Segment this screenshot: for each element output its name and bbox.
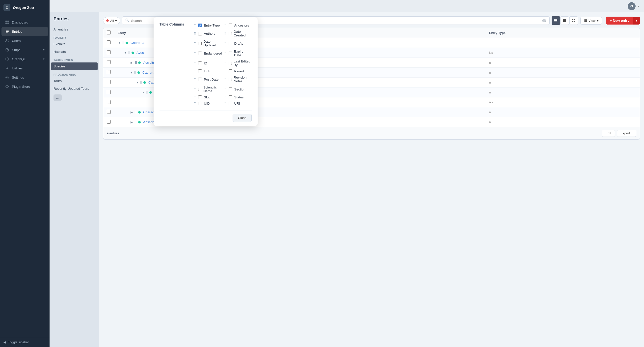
more-button[interactable]: ...	[54, 94, 62, 101]
column-label: URI	[234, 102, 240, 105]
entries-sidebar: Entries All entries FACILITY Exhibits Ha…	[50, 13, 99, 347]
entry-link[interactable]: Aves	[136, 51, 144, 55]
sidebar-item-entries[interactable]: Entries	[2, 27, 48, 36]
column-checkbox-post-date[interactable]	[198, 78, 202, 81]
column-checkbox-scientific-name[interactable]	[198, 88, 201, 91]
card-view-button[interactable]	[570, 16, 578, 25]
column-filter-button[interactable]	[542, 18, 546, 23]
column-checkbox-parent[interactable]	[228, 69, 232, 73]
sidebar-item-users[interactable]: Users	[2, 36, 48, 45]
toggle-sidebar-button[interactable]: ◀ Toggle sidebar	[4, 340, 46, 344]
row-checkbox[interactable]	[107, 80, 111, 84]
row-checkbox[interactable]	[107, 60, 111, 64]
svg-rect-20	[564, 19, 566, 20]
row-checkbox[interactable]	[107, 50, 111, 54]
column-checkbox-uid[interactable]	[198, 102, 202, 105]
column-checkbox-endangered[interactable]	[198, 52, 202, 55]
user-menu-chevron-icon[interactable]: ▾	[638, 5, 639, 8]
collapse-button[interactable]: ▾	[118, 41, 121, 45]
expand-button[interactable]: ▶	[130, 120, 134, 124]
row-checkbox[interactable]	[107, 70, 111, 74]
edit-button[interactable]: Edit	[602, 130, 615, 137]
collapse-button[interactable]: ▾	[130, 70, 133, 75]
drag-icon: ⠿	[224, 52, 227, 55]
svg-rect-16	[554, 19, 557, 20]
column-checkbox-date-created[interactable]	[228, 32, 232, 36]
list-view-button[interactable]	[560, 16, 569, 25]
entry-type-column-header: Entry Type	[486, 28, 640, 38]
filter-button[interactable]: All ▾	[103, 17, 120, 24]
column-label: ID	[204, 62, 207, 65]
status-indicator	[149, 91, 152, 94]
svg-line-13	[128, 21, 129, 22]
export-button[interactable]: Export...	[617, 130, 636, 137]
expand-button[interactable]: ▶	[130, 61, 134, 65]
column-item-section: ⠿ Section	[223, 84, 252, 94]
nav-tours[interactable]: Tours	[50, 77, 99, 85]
column-checkbox-slug[interactable]	[198, 95, 202, 99]
svg-rect-26	[574, 21, 575, 22]
column-label: Parent	[234, 69, 244, 73]
new-entry-button[interactable]: + New entry	[606, 17, 633, 25]
svg-rect-29	[584, 21, 584, 22]
sidebar-item-settings[interactable]: Settings	[2, 73, 48, 82]
dashboard-icon	[5, 20, 10, 25]
chevron-down-icon: ▾	[43, 48, 44, 52]
nav-recently-updated-tours[interactable]: Recently Updated Tours	[50, 85, 99, 93]
nav-habitats[interactable]: Habitats	[50, 48, 99, 56]
drag-handle-icon: ⠿	[128, 51, 130, 55]
column-checkbox-status[interactable]	[228, 95, 232, 99]
collapse-button[interactable]: ▾	[136, 80, 139, 85]
svg-rect-32	[585, 21, 587, 22]
popup-header: Table Columns	[160, 22, 187, 103]
column-checkbox-ancestors[interactable]	[228, 24, 232, 27]
column-checkbox-section[interactable]	[228, 88, 232, 91]
drag-handle-icon: ⠿	[135, 120, 137, 124]
utilities-icon	[5, 66, 10, 70]
sidebar-item-dashboard[interactable]: Dashboard	[2, 18, 48, 27]
sidebar-item-utilities[interactable]: Utilities	[2, 64, 48, 73]
new-entry-dropdown-button[interactable]: ▾	[633, 17, 640, 25]
collapse-button[interactable]: ▾	[124, 51, 127, 55]
nav-all-entries[interactable]: All entries	[50, 26, 99, 33]
entry-link[interactable]: Chordata	[130, 41, 144, 45]
column-checkbox-link[interactable]	[198, 69, 202, 73]
column-checkbox-date-updated[interactable]	[198, 42, 202, 45]
sidebar-item-stripe[interactable]: Stripe ▾	[2, 45, 48, 54]
column-label: Date Created	[234, 30, 251, 37]
section-taxonomies: TAXONOMIES	[50, 56, 99, 63]
row-checkbox[interactable]	[107, 120, 111, 124]
entries-count: 9 entries	[107, 131, 119, 135]
column-checkbox-id[interactable]	[198, 62, 202, 65]
nav-species[interactable]: Species	[51, 63, 98, 70]
sidebar-item-graphql[interactable]: GraphQL ▾	[2, 55, 48, 64]
column-checkbox-expiry-date[interactable]	[228, 52, 232, 55]
row-checkbox[interactable]	[107, 100, 111, 104]
column-item-status: ⠿ Status	[223, 94, 252, 100]
column-checkbox-authors[interactable]	[198, 32, 202, 36]
row-checkbox[interactable]	[107, 40, 111, 44]
column-label: Date Updated	[204, 40, 222, 47]
row-checkbox[interactable]	[107, 110, 111, 114]
column-item-link: ⠿ Link	[193, 68, 223, 74]
drag-handle-icon: ⠿	[134, 71, 136, 75]
user-avatar[interactable]: PT	[628, 2, 636, 10]
column-checkbox-revision-notes[interactable]	[228, 78, 232, 81]
column-checkbox-entry-type[interactable]	[198, 24, 202, 27]
close-button[interactable]: Close	[232, 114, 252, 122]
row-checkbox[interactable]	[107, 90, 111, 94]
column-label: Last Edited By	[234, 60, 251, 67]
column-checkbox-uri[interactable]	[228, 102, 232, 105]
nav-exhibits[interactable]: Exhibits	[50, 40, 99, 48]
select-all-checkbox[interactable]	[107, 31, 111, 35]
popup-footer: Close	[160, 111, 252, 122]
section-programming: PROGRAMMING	[50, 70, 99, 77]
column-checkbox-last-edited-by[interactable]	[228, 62, 232, 65]
table-view-button[interactable]	[552, 16, 560, 25]
view-options-button[interactable]: View ▾	[580, 17, 602, 25]
collapse-button[interactable]: ▾	[142, 90, 145, 95]
sidebar-item-plugin-store[interactable]: Plugin Store	[2, 82, 48, 91]
column-label: Authors	[204, 32, 216, 36]
expand-button[interactable]: ▶	[130, 110, 134, 115]
column-checkbox-drafts[interactable]	[228, 42, 232, 45]
